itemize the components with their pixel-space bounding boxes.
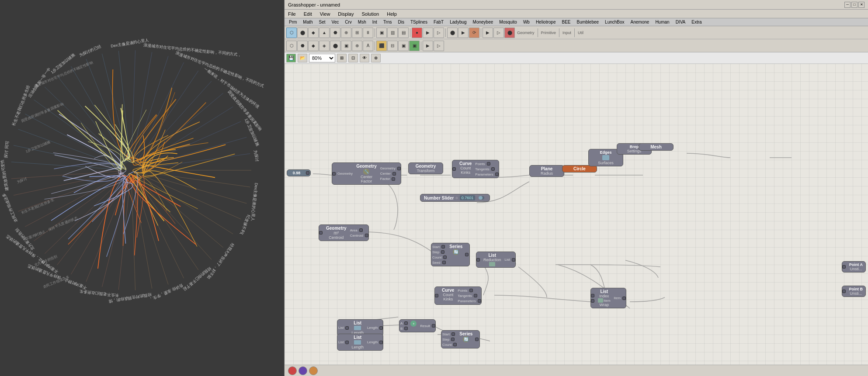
tab-vec[interactable]: Vec [329,20,342,24]
curve-count-node[interactable]: Curve Count Kinks Points Tangents Parame… [452,160,499,178]
toolbar2-btn-6[interactable]: ▣ [341,41,351,51]
toolbar-btn-16[interactable]: ▶ [458,28,469,38]
port-result-out[interactable] [432,324,435,328]
port-ll1-out[interactable] [379,326,383,330]
toolbar-btn-12[interactable]: ● [412,28,422,38]
viewport-canvas[interactable] [0,0,284,376]
tab-human[interactable]: Human [653,20,672,24]
mesh-node[interactable]: Mesh [639,143,674,151]
port-factor-out[interactable] [392,177,395,181]
toolbar-btn-4[interactable]: ▲ [319,28,330,38]
tab-mosquito[interactable]: Mosquito [496,20,520,24]
port-prm-out2[interactable] [478,299,481,303]
tab-heliotrope[interactable]: Heliotrope [533,20,559,24]
list-reduction-node[interactable]: List Reduction List [476,252,516,268]
menu-file[interactable]: File [286,11,298,17]
toolbar-btn-20[interactable]: ⬤ [504,28,515,38]
port-series-out[interactable] [465,253,469,256]
port-count2-in[interactable] [453,343,457,346]
curve-count2-node[interactable]: Curve Count Kinks Points Tangents Parame… [434,286,482,305]
status-orange[interactable] [309,366,318,375]
close-btn[interactable]: ✕ [858,2,865,8]
number-slider-node[interactable]: Number Slider ○ 0.7601 [420,194,490,202]
toolbar-btn-3[interactable]: ◆ [308,28,319,38]
port-tangents-out[interactable] [491,167,495,171]
point-a-node[interactable]: Point A Unsti... [842,261,866,273]
port-series2-out[interactable] [475,338,479,341]
tab-prm[interactable]: Prm [286,20,299,24]
toolbar-btn-8[interactable]: ⏸ [363,28,373,38]
tab-extra[interactable]: Extra [689,20,704,24]
toolbar2-btn-7[interactable]: ⊕ [352,41,362,51]
zoom-selector[interactable]: 80% 100% 50% [309,54,335,62]
toolbar2-btn-10[interactable]: ⊟ [387,41,398,51]
menu-display[interactable]: Display [336,11,355,17]
port-item-out[interactable] [622,297,626,300]
toolbar-btn-1[interactable]: ⬡ [286,28,297,38]
toolbar-btn-18[interactable]: ▶ [483,28,493,38]
toolbar2-btn-9[interactable]: ⬛ [376,41,387,51]
tab-bee[interactable]: BEE [559,20,573,24]
toolbar-btn-17[interactable]: ⟳ [469,28,479,38]
toolbar-btn-14[interactable]: ▷ [434,28,444,38]
port-geometry-in[interactable] [332,172,336,176]
port-center-out[interactable] [392,172,396,176]
menu-help[interactable]: Help [385,11,399,17]
tab-set[interactable]: Set [316,20,328,24]
list-length2-node[interactable]: List List Length Length [337,334,383,351]
minimize-btn[interactable]: ─ [844,2,851,8]
port-step2-in[interactable] [451,338,455,341]
series1-node[interactable]: Start Step Count Seed Series 🔄 [431,243,470,266]
tab-int[interactable]: Int [370,20,380,24]
toolbar-btn-6[interactable]: ⊕ [341,28,351,38]
tab-math[interactable]: Math [300,20,315,24]
menu-view[interactable]: View [318,11,332,17]
toolbar-btn-19[interactable]: ▷ [493,28,504,38]
point-b-node[interactable]: Point B Unsti... [842,286,866,297]
toolbar-btn-2[interactable]: ⬤ [297,28,308,38]
toolbar2-btn-11[interactable]: ▣ [398,41,409,51]
toolbar-btn-7[interactable]: ⊞ [352,28,362,38]
port-start2-in[interactable] [451,332,455,336]
port-points-out[interactable] [487,162,490,166]
tab-msh[interactable]: Msh [355,20,369,24]
port-a-in[interactable] [404,321,408,325]
value-input-node[interactable]: 0.98 [287,169,311,176]
status-red[interactable] [288,366,297,375]
view-btn-open[interactable]: 📂 [298,54,307,62]
tab-crv[interactable]: Crv [342,20,354,24]
port-count-in[interactable] [443,255,447,259]
toolbar-btn-10[interactable]: ▥ [387,28,398,38]
toolbar2-btn-3[interactable]: ◆ [308,41,319,51]
tab-wb[interactable]: Wb [521,20,532,24]
maximize-btn[interactable]: □ [851,2,858,8]
view-btn-save[interactable]: 💾 [286,54,296,62]
port-ll1-in[interactable] [345,326,349,330]
tab-moneybee[interactable]: Moneybee [470,20,496,24]
toolbar2-btn-14[interactable]: ▷ [434,41,444,51]
tab-bumblebee[interactable]: Bumblebee [574,20,601,24]
port-list-out[interactable] [512,258,515,262]
toolbar-btn-15[interactable]: ⬤ [447,28,458,38]
tab-dis[interactable]: Dis [396,20,407,24]
port-step-in[interactable] [441,250,444,254]
geometry-center-node[interactable]: Geometry Geometry 🔧 Center Factor Geomet… [332,162,401,185]
toolbar-btn-5[interactable]: ⬣ [330,28,340,38]
tab-anemone[interactable]: Anemone [628,20,652,24]
toolbar2-btn-4[interactable]: ◈ [319,41,330,51]
port-out[interactable] [306,171,309,175]
tab-trns[interactable]: Trns [381,20,395,24]
plane-radius-node[interactable]: Plane Radius [529,165,564,177]
geometry-transform-node[interactable]: Geometry Transform [408,162,443,174]
port-ll2-out[interactable] [379,341,383,344]
toolbar-btn-9[interactable]: ▣ [376,28,387,38]
port-in1[interactable] [452,167,456,171]
series2-node[interactable]: Start Step Count Series 🔄 [441,330,480,348]
port-list-in[interactable] [476,258,480,262]
view-btn-settings[interactable]: ⊗ [371,54,381,62]
port-crv-in[interactable] [435,294,438,297]
menu-solution[interactable]: Solution [360,11,381,17]
port-area-out[interactable] [359,228,363,232]
port-idx-in[interactable] [591,299,594,303]
tab-fabt[interactable]: FabT [431,20,446,24]
